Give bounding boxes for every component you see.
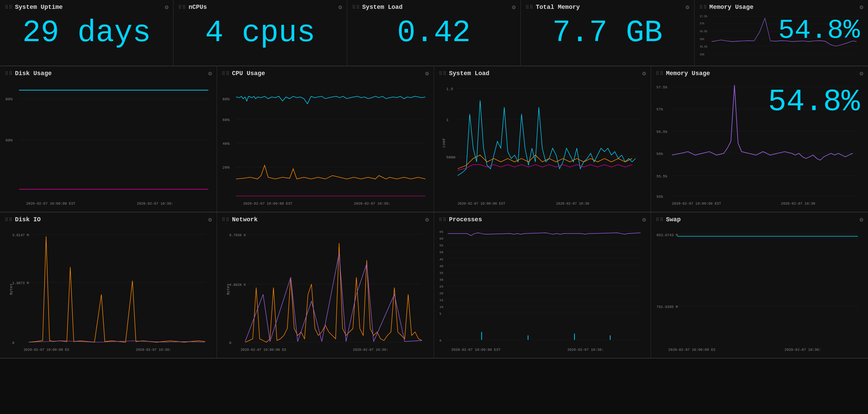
processes-title: Processes: [449, 216, 482, 223]
svg-text:60%: 60%: [222, 118, 230, 122]
sysload-header: ⠿⠿ System Load ⚙: [352, 3, 516, 11]
svg-text:2020-02-07 10:00:00 EST: 2020-02-07 10:00:00 EST: [458, 202, 505, 206]
dots-icon-memusage: ⠿⠿: [699, 4, 707, 10]
cpu-header: ⠿⠿ CPU Usage ⚙: [222, 70, 429, 77]
svg-text:60%: 60%: [5, 138, 13, 142]
memusage-big: 54.8%: [768, 87, 860, 117]
totalmem-header: ⠿⠿ Total Memory ⚙: [525, 3, 689, 11]
swap-header: ⠿⠿ Swap ⚙: [656, 216, 863, 223]
memusage-top-panel: ⠿⠿ Memory Usage ⚙ 57.5% 57% 56.5% 56% 55…: [695, 0, 868, 66]
memusage-big-overlay: 54.8%: [778, 17, 860, 44]
svg-text:2020-02-07 10:30: 2020-02-07 10:30: [556, 202, 589, 206]
svg-text:1.5: 1.5: [446, 87, 453, 91]
swap-gear-icon[interactable]: ⚙: [859, 216, 863, 223]
sysload-value: 0.42: [352, 18, 516, 48]
swap-chart: 953.6743 M 762.9395 M 2020-02-07 10:00:0…: [656, 226, 863, 352]
svg-text:2020-02-07 10:30:: 2020-02-07 10:30:: [354, 202, 390, 206]
diskio-svg: 3.8147 M 1.9073 M 0 2020-02-07 10:00:00 …: [12, 226, 212, 352]
svg-text:56%: 56%: [656, 152, 663, 156]
svg-text:762.9395 M: 762.9395 M: [656, 305, 678, 309]
diskio-title: Disk IO: [15, 216, 41, 223]
svg-text:500m: 500m: [446, 155, 455, 159]
cpu-usage-panel: ⠿⠿ CPU Usage ⚙ 80% 60% 40% 20%: [217, 66, 434, 212]
svg-text:25: 25: [439, 285, 443, 289]
ncpus-panel: ⠿⠿ nCPUs ⚙ 4 cpus: [173, 0, 347, 66]
processes-header: ⠿⠿ Processes ⚙: [439, 216, 646, 223]
svg-text:2020-02-07 10:00:00 EST: 2020-02-07 10:00:00 EST: [672, 202, 721, 206]
svg-text:2020-02-07 10:00:00 EST: 2020-02-07 10:00:00 EST: [26, 202, 76, 206]
svg-text:10: 10: [439, 305, 443, 309]
svg-text:80%: 80%: [222, 98, 230, 102]
diskio-chart: Bytes 3.8147 M 1.9073 M 0 2020-02-07 10:…: [5, 226, 212, 352]
disk-usage-panel: ⠿⠿ Disk Usage ⚙ 80% 60% 2020-02-07 10:00…: [0, 66, 217, 212]
dots-icon-swap: ⠿⠿: [656, 217, 664, 223]
cpu-svg: 80% 60% 40% 20% 2020-02-07 10:00:00 EST: [222, 80, 429, 206]
svg-text:40%: 40%: [222, 142, 230, 146]
sysload-chart-panel: ⠿⠿ System Load ⚙ Load 1.5 1 500m: [434, 66, 651, 212]
svg-text:55: 55: [439, 244, 443, 247]
dots-icon-diskio: ⠿⠿: [5, 217, 13, 223]
svg-text:15: 15: [439, 298, 443, 302]
totalmem-gear-icon[interactable]: ⚙: [686, 3, 689, 11]
dots-icon-sysload: ⠿⠿: [352, 4, 360, 10]
memusage-top-chart: 57.5% 57% 56.5% 56% 55.5% 55%: [699, 14, 863, 60]
sysload2-svg: 1.5 1 500m 2020-02-07 10:00:00 EST 2020-…: [446, 80, 646, 206]
memusage-mid-panel: ⠿⠿ Memory Usage ⚙ 54.8% 57.5% 57% 56.5% …: [651, 66, 868, 212]
sysload2-gear-icon[interactable]: ⚙: [642, 70, 646, 77]
uptime-header: ⠿⠿ System Uptime ⚙: [5, 3, 168, 11]
svg-text:56.5%: 56.5%: [700, 30, 707, 33]
svg-text:65: 65: [439, 230, 443, 234]
memusage2-header: ⠿⠿ Memory Usage ⚙: [656, 70, 863, 77]
svg-text:56.5%: 56.5%: [656, 130, 667, 134]
memusage2-gear-icon[interactable]: ⚙: [859, 70, 863, 77]
totalmem-value: 7.7 GB: [525, 18, 689, 48]
network-header: ⠿⠿ Network ⚙: [222, 216, 429, 223]
sysload-title: System Load: [362, 4, 403, 11]
sysload-axis-label: Load: [442, 139, 446, 148]
processes-gear-icon[interactable]: ⚙: [642, 216, 646, 223]
uptime-title: System Uptime: [15, 4, 63, 11]
top-row: ⠿⠿ System Uptime ⚙ 29 days ⠿⠿ nCPUs ⚙ 4 …: [0, 0, 868, 66]
disk-gear-icon[interactable]: ⚙: [208, 70, 212, 77]
svg-text:2020-02-07 10:30:: 2020-02-07 10:30:: [137, 202, 173, 206]
ncpus-gear-icon[interactable]: ⚙: [338, 3, 342, 11]
network-svg: 9.7656 K 4.8828 K 0 2020-02-07 10:00:00 …: [229, 226, 429, 352]
svg-text:50: 50: [439, 251, 443, 255]
network-axis-label: Bytes: [226, 283, 230, 295]
ncpus-title: nCPUs: [188, 4, 207, 11]
cpu-chart: 80% 60% 40% 20% 2020-02-07 10:00:00 EST: [222, 80, 429, 206]
memusage-title: Memory Usage: [710, 4, 754, 11]
memusage-gear-icon[interactable]: ⚙: [859, 3, 863, 11]
disk-header: ⠿⠿ Disk Usage ⚙: [5, 70, 212, 77]
svg-text:3.8147 M: 3.8147 M: [12, 234, 29, 237]
network-gear-icon[interactable]: ⚙: [425, 216, 429, 223]
network-panel: ⠿⠿ Network ⚙ Bytes 9.7656 K 4.8828 K 0: [217, 212, 434, 358]
processes-svg: 65 60 55 50 45 40 35 30 25 20 15 10 5 0: [439, 226, 646, 352]
processes-chart: 65 60 55 50 45 40 35 30 25 20 15 10 5 0: [439, 226, 646, 352]
sysload-gear-icon[interactable]: ⚙: [512, 3, 516, 11]
dots-icon-ncpus: ⠿⠿: [178, 4, 186, 10]
sysload-panel: ⠿⠿ System Load ⚙ 0.42: [347, 0, 521, 66]
dots-icon-disk: ⠿⠿: [5, 71, 13, 76]
svg-text:57.5%: 57.5%: [656, 85, 667, 89]
memusage-header: ⠿⠿ Memory Usage ⚙: [699, 3, 863, 11]
cpu-gear-icon[interactable]: ⚙: [425, 70, 429, 77]
totalmem-title: Total Memory: [536, 4, 580, 11]
uptime-gear-icon[interactable]: ⚙: [165, 3, 169, 11]
cpu-title: CPU Usage: [232, 70, 265, 77]
uptime-panel: ⠿⠿ System Uptime ⚙ 29 days: [0, 0, 173, 66]
disk-svg: 80% 60% 2020-02-07 10:00:00 EST 2020-02-…: [5, 80, 212, 206]
dots-icon-network: ⠿⠿: [222, 217, 230, 223]
dots-icon-totalmem: ⠿⠿: [525, 4, 534, 10]
diskio-gear-icon[interactable]: ⚙: [208, 216, 212, 223]
diskio-header: ⠿⠿ Disk IO ⚙: [5, 216, 212, 223]
dots-icon-memusage2: ⠿⠿: [656, 71, 664, 76]
svg-text:30: 30: [439, 278, 443, 282]
mid-row: ⠿⠿ Disk Usage ⚙ 80% 60% 2020-02-07 10:00…: [0, 66, 868, 212]
dashboard: ⠿⠿ System Uptime ⚙ 29 days ⠿⠿ nCPUs ⚙ 4 …: [0, 0, 868, 414]
svg-text:2020-02-07 10:00:00 ES: 2020-02-07 10:00:00 ES: [241, 348, 286, 352]
dots-icon-cpu: ⠿⠿: [222, 71, 230, 76]
svg-text:57%: 57%: [656, 108, 663, 112]
svg-text:57%: 57%: [700, 22, 704, 25]
svg-text:2020-02-07 10:30:: 2020-02-07 10:30:: [785, 348, 821, 352]
